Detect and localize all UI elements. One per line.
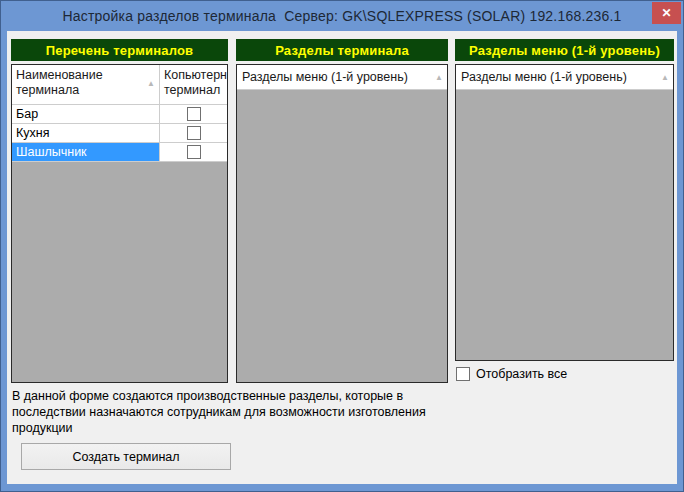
menu-sections-list: Разделы меню (1-й уровень) ▲ [455,64,674,361]
menu-sections-panel-header: Разделы меню (1-й уровень) [455,39,674,61]
app-window: Настройка разделов терминала Сервер: GK\… [0,0,684,492]
create-terminal-button[interactable]: Создать терминал [21,443,231,470]
terminal-sections-panel-header: Разделы терминала [236,39,448,61]
terminal-sections-column-header[interactable]: Разделы меню (1-й уровень) ▲ [237,65,447,90]
sort-ascending-icon: ▲ [435,74,443,82]
computer-terminal-cell [160,124,227,142]
menu-sections-column-label: Разделы меню (1-й уровень) [461,70,627,84]
computer-terminal-cell [160,143,227,161]
computer-terminal-checkbox[interactable] [187,126,201,140]
terminals-grid: Наименование терминала ▲ Копьютернь терм… [11,64,228,383]
column-header-terminal-name[interactable]: Наименование терминала ▲ [12,65,160,104]
window-title: Настройка разделов терминала Сервер: GK\… [62,8,621,24]
terminal-name-cell[interactable]: Шашлычник [12,143,160,161]
close-button[interactable]: ✕ [652,2,681,24]
table-row[interactable]: Шашлычник [12,143,227,162]
client-area: Перечень терминалов Наименование термина… [7,31,677,484]
column-header-computer-terminal-label: Копьютернь терминал [164,68,227,97]
sort-ascending-icon: ▲ [147,80,155,88]
info-text: В данной форме создаются производственны… [12,388,464,436]
terminal-name-cell[interactable]: Бар [12,105,160,123]
computer-terminal-checkbox[interactable] [187,145,201,159]
column-header-terminal-name-label: Наименование терминала [16,68,103,97]
terminals-panel-header: Перечень терминалов [11,39,228,61]
sort-ascending-icon: ▲ [661,74,669,82]
show-all-label: Отобразить все [476,367,567,381]
terminals-grid-header: Наименование терминала ▲ Копьютернь терм… [12,65,227,105]
terminals-rows: БарКухняШашлычник [12,105,227,162]
terminal-sections-column-label: Разделы меню (1-й уровень) [242,70,408,84]
show-all-checkbox[interactable] [456,367,470,381]
show-all-row: Отобразить все [456,367,567,381]
close-icon: ✕ [661,6,671,20]
column-header-computer-terminal[interactable]: Копьютернь терминал [160,65,227,104]
table-row[interactable]: Бар [12,105,227,124]
computer-terminal-checkbox[interactable] [187,107,201,121]
menu-sections-column-header[interactable]: Разделы меню (1-й уровень) ▲ [456,65,673,90]
terminal-name-cell[interactable]: Кухня [12,124,160,142]
terminal-sections-list: Разделы меню (1-й уровень) ▲ [236,64,448,383]
table-row[interactable]: Кухня [12,124,227,143]
titlebar[interactable]: Настройка разделов терминала Сервер: GK\… [1,1,683,31]
computer-terminal-cell [160,105,227,123]
